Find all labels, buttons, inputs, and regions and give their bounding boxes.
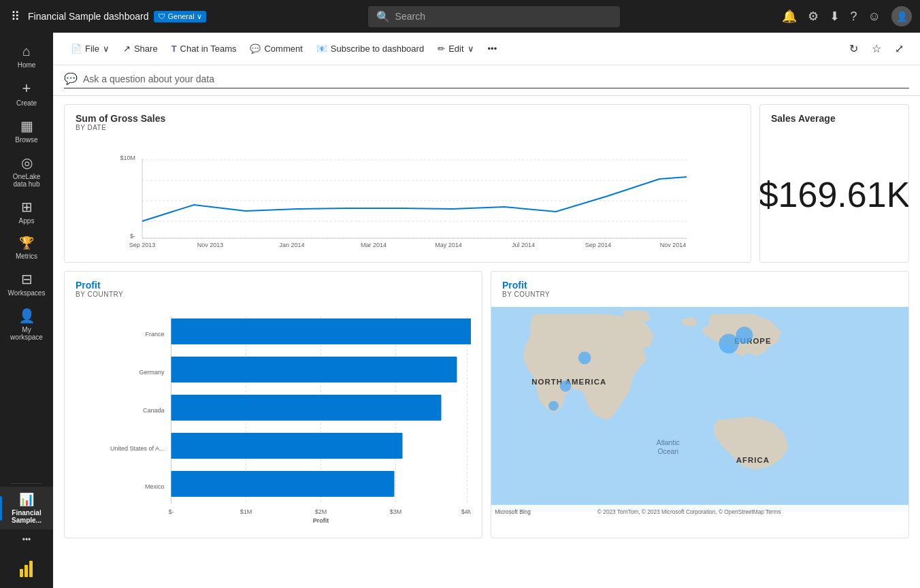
svg-rect-35 (171, 433, 403, 459)
fullscreen-button[interactable]: ⤢ (889, 38, 909, 59)
shield-icon: 🛡 (158, 12, 165, 20)
bar-chart-svg: Country France Germany Canada United Sta… (76, 306, 471, 524)
svg-text:$10M: $10M (120, 154, 135, 161)
svg-point-52 (719, 333, 739, 353)
sidebar-item-workspaces[interactable]: ⊟ Workspaces (0, 265, 53, 302)
line-chart-tile: Sum of Gross Sales BY DATE $10M $- Sum o… (64, 104, 751, 263)
app-grid-icon[interactable]: ⠿ (8, 6, 22, 27)
settings-icon[interactable]: ⚙ (808, 9, 819, 24)
line-chart-title: Sum of Gross Sales (76, 113, 740, 124)
favorite-button[interactable]: ☆ (866, 38, 887, 59)
ask-placeholder: Ask a question about your data (83, 74, 214, 84)
svg-rect-33 (171, 357, 457, 382)
top-navigation: ⠿ Financial Sample dashboard 🛡 General ∨… (0, 0, 920, 33)
svg-point-50 (560, 380, 572, 392)
svg-text:Jul 2014: Jul 2014 (512, 242, 535, 248)
metrics-icon: 🏆 (19, 235, 34, 250)
onelake-icon: ◎ (21, 154, 33, 171)
sidebar-item-metrics[interactable]: 🏆 Metrics (0, 230, 53, 265)
sidebar-item-apps[interactable]: ⊞ Apps (0, 193, 53, 230)
svg-text:AFRICA: AFRICA (736, 456, 770, 464)
edit-button[interactable]: ✏ Edit ∨ (431, 39, 480, 58)
svg-text:Germany: Germany (139, 369, 165, 376)
download-icon[interactable]: ⬇ (829, 9, 840, 24)
subscribe-button[interactable]: 📧 Subscribe to dashboard (310, 39, 431, 58)
map-tile: Profit BY COUNTRY (491, 271, 909, 538)
edit-icon: ✏ (438, 44, 445, 54)
svg-rect-34 (171, 395, 442, 421)
apps-icon: ⊞ (21, 199, 33, 215)
content-area: 📄 File ∨ ↗ Share T Chat in Teams 💬 Comme… (53, 33, 920, 588)
more-options-button[interactable]: ••• (481, 39, 504, 58)
bar-chart-subtitle: BY COUNTRY (76, 291, 471, 298)
sidebar-item-browse[interactable]: ▦ Browse (0, 112, 53, 149)
svg-text:Canada: Canada (143, 407, 165, 414)
svg-text:Atlantic: Atlantic (657, 439, 680, 446)
home-icon: ⌂ (22, 44, 31, 59)
svg-text:Ocean: Ocean (657, 448, 678, 455)
search-bar[interactable]: 🔍 (368, 6, 620, 27)
chat-in-teams-button[interactable]: T Chat in Teams (165, 39, 244, 58)
sidebar-item-home[interactable]: ⌂ Home (0, 38, 53, 74)
workspaces-icon: ⊟ (21, 271, 33, 287)
sidebar-item-create[interactable]: + Create (0, 74, 53, 112)
svg-text:United States of A...: United States of A... (110, 445, 165, 452)
comment-icon: 💬 (250, 44, 261, 54)
svg-text:Profit: Profit (313, 517, 329, 524)
svg-text:Nov 2014: Nov 2014 (660, 242, 687, 248)
svg-rect-32 (171, 318, 472, 344)
svg-text:© 2023 TomTom, © 2023 Microsof: © 2023 TomTom, © 2023 Microsoft Corporat… (597, 508, 781, 515)
sidebar-item-my-workspace[interactable]: 👤 Myworkspace (0, 302, 53, 346)
bar-chart-tile: Profit BY COUNTRY Country France Ger (64, 271, 482, 538)
search-input[interactable] (395, 11, 612, 22)
map-subtitle: BY COUNTRY (502, 291, 898, 298)
main-layout: ⌂ Home + Create ▦ Browse ◎ OneLakedata h… (0, 33, 920, 588)
my-workspace-icon: 👤 (18, 308, 35, 324)
create-icon: + (22, 80, 31, 97)
share-icon: ↗ (123, 44, 131, 54)
sidebar-item-more[interactable]: ••• (0, 529, 53, 550)
sidebar-item-onelake[interactable]: ◎ OneLakedata hub (0, 149, 53, 193)
avatar[interactable]: 👤 (891, 6, 912, 27)
sidebar: ⌂ Home + Create ▦ Browse ◎ OneLakedata h… (0, 33, 53, 588)
line-chart-svg: $10M $- Sum of Gross... (76, 140, 740, 248)
browse-icon: ▦ (20, 118, 33, 134)
svg-text:Sep 2014: Sep 2014 (585, 242, 612, 248)
feedback-icon[interactable]: ☺ (868, 10, 881, 24)
file-chevron-icon: ∨ (103, 44, 110, 54)
ask-icon: 💬 (64, 72, 78, 85)
svg-text:$4M: $4M (461, 508, 471, 515)
svg-rect-1 (24, 565, 28, 577)
svg-text:May 2014: May 2014 (435, 242, 462, 248)
file-icon: 📄 (71, 44, 82, 54)
share-button[interactable]: ↗ Share (116, 39, 165, 58)
sidebar-item-financial-sample[interactable]: 📊 FinancialSample... (0, 487, 53, 529)
notifications-icon[interactable]: 🔔 (782, 9, 797, 24)
svg-text:Jan 2014: Jan 2014 (279, 242, 304, 248)
workspace-label[interactable]: General (167, 12, 194, 20)
svg-text:$-: $- (130, 233, 135, 240)
edit-chevron-icon: ∨ (467, 44, 474, 54)
svg-text:Nov 2013: Nov 2013 (197, 242, 224, 248)
chevron-down-icon[interactable]: ∨ (197, 12, 202, 21)
svg-rect-0 (20, 569, 23, 577)
shield-badge: 🛡 General ∨ (154, 11, 206, 22)
app-title: Financial Sample dashboard (28, 11, 148, 22)
svg-text:France: France (145, 331, 164, 338)
bar-chart-title: Profit (76, 280, 471, 291)
report-icon: 📊 (19, 492, 34, 507)
ask-question-bar[interactable]: 💬 Ask a question about your data (53, 65, 920, 96)
teams-icon: T (171, 44, 177, 54)
svg-text:$-: $- (168, 508, 174, 515)
refresh-button[interactable]: ↻ (844, 38, 864, 59)
svg-point-49 (578, 351, 591, 364)
svg-rect-36 (171, 471, 395, 497)
subscribe-icon: 📧 (316, 44, 327, 54)
more-icon: ••• (22, 535, 31, 544)
help-icon[interactable]: ? (851, 10, 857, 24)
svg-rect-2 (29, 561, 33, 577)
comment-button[interactable]: 💬 Comment (243, 39, 309, 58)
map-container: NORTH AMERICA EUROPE Atlantic Ocean AFRI… (491, 301, 908, 532)
file-button[interactable]: 📄 File ∨ (64, 39, 116, 58)
map-svg: NORTH AMERICA EUROPE Atlantic Ocean AFRI… (491, 301, 908, 532)
